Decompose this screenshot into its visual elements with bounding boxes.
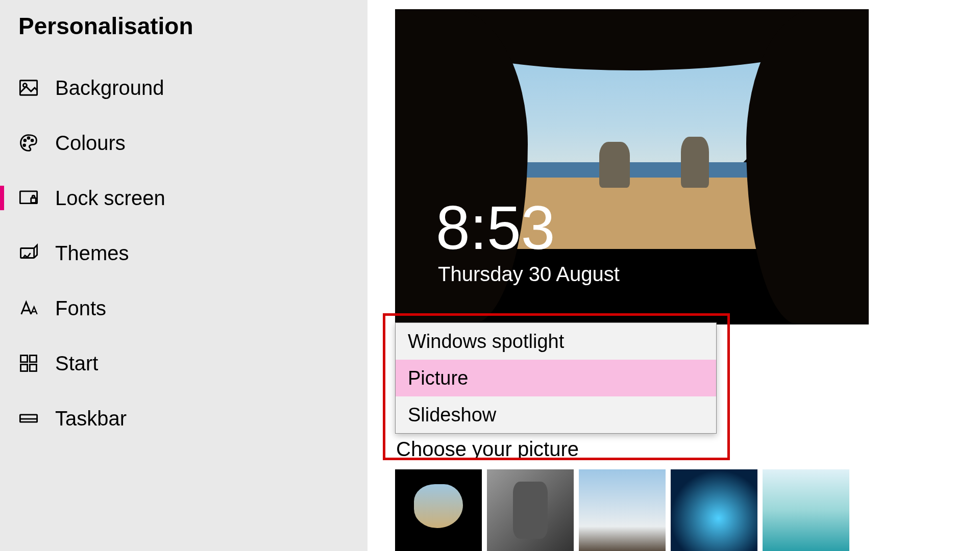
sidebar-item-background[interactable]: Background	[0, 60, 368, 115]
picture-thumbnail[interactable]	[487, 469, 574, 551]
sidebar-item-label: Background	[55, 77, 164, 99]
svg-point-2	[24, 139, 26, 141]
sidebar-item-themes[interactable]: Themes	[0, 226, 368, 281]
picture-thumbnail[interactable]	[671, 469, 757, 551]
svg-point-3	[28, 137, 30, 139]
sidebar-item-taskbar[interactable]: Taskbar	[0, 391, 368, 446]
svg-rect-11	[21, 364, 28, 371]
svg-rect-12	[30, 364, 36, 371]
sidebar-title: Personalisation	[18, 12, 193, 40]
svg-rect-9	[21, 356, 28, 362]
lockscreen-icon	[18, 188, 39, 208]
svg-rect-10	[30, 356, 36, 362]
sidebar-item-colours[interactable]: Colours	[0, 115, 368, 170]
sidebar-item-label: Start	[55, 352, 98, 375]
picture-thumbnail[interactable]	[395, 469, 482, 551]
sidebar-item-label: Lock screen	[55, 187, 165, 210]
preview-time: 8:53	[436, 197, 555, 258]
sidebar-item-label: Colours	[55, 132, 126, 155]
dropdown-option-picture[interactable]: Picture	[396, 360, 716, 396]
picture-thumbnail[interactable]	[579, 469, 666, 551]
themes-icon	[18, 243, 39, 263]
svg-point-4	[31, 139, 33, 141]
picture-icon	[18, 78, 39, 98]
svg-rect-7	[31, 198, 36, 203]
picture-thumbnail-strip	[395, 469, 849, 551]
sidebar: Personalisation Background Colours Lock …	[0, 0, 368, 551]
svg-point-5	[23, 144, 26, 146]
start-icon	[18, 353, 39, 373]
background-type-dropdown[interactable]: Windows spotlight Picture Slideshow	[395, 322, 717, 434]
sidebar-item-label: Fonts	[55, 297, 106, 320]
lockscreen-preview: 8:53 Thursday 30 August	[395, 9, 869, 324]
dropdown-option-slideshow[interactable]: Slideshow	[396, 396, 716, 433]
choose-picture-label: Choose your picture	[396, 438, 579, 461]
main-content: 8:53 Thursday 30 August Windows spotligh…	[368, 0, 980, 551]
sidebar-item-label: Themes	[55, 242, 129, 265]
preview-scene	[746, 9, 869, 324]
picture-thumbnail[interactable]	[763, 469, 849, 551]
taskbar-icon	[18, 408, 39, 429]
preview-scene	[599, 142, 630, 188]
preview-date: Thursday 30 August	[438, 263, 620, 286]
fonts-icon	[18, 298, 39, 318]
sidebar-item-start[interactable]: Start	[0, 336, 368, 391]
sidebar-item-lockscreen[interactable]: Lock screen	[0, 170, 368, 226]
palette-icon	[18, 133, 39, 153]
sidebar-item-fonts[interactable]: Fonts	[0, 281, 368, 336]
sidebar-item-label: Taskbar	[55, 407, 127, 430]
dropdown-option-windows-spotlight[interactable]: Windows spotlight	[396, 323, 716, 360]
preview-scene	[681, 137, 709, 188]
nav-list: Background Colours Lock screen Themes Fo	[0, 60, 368, 446]
